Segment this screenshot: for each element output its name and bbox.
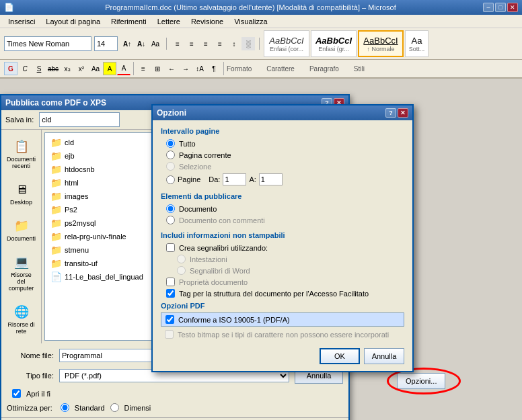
apri-file-label: Apri il fi	[26, 390, 50, 398]
options-help-button[interactable]: ?	[385, 108, 396, 118]
options-annulla-button[interactable]: Annulla	[364, 348, 404, 364]
menu-riferimenti[interactable]: Riferimenti	[106, 16, 152, 27]
font-selector[interactable]	[4, 36, 91, 51]
highlight-icon[interactable]: A	[103, 62, 116, 75]
radio-selezione-label: Selezione	[179, 163, 211, 171]
computer-label: Risorse del computer	[7, 271, 35, 292]
folder-icon-stmenu: 📁	[50, 245, 62, 255]
check-bitmap[interactable]	[165, 330, 174, 339]
increase-indent-icon[interactable]: →	[179, 62, 192, 75]
bold-icon[interactable]: G	[4, 62, 17, 75]
check-tag[interactable]	[166, 289, 175, 298]
italic-icon[interactable]: C	[18, 62, 32, 75]
folder-icon-images: 📁	[50, 191, 62, 202]
align-center-icon[interactable]: ≡	[185, 37, 198, 50]
options-dialog-title-bar: Opzioni ? ✕	[153, 106, 412, 120]
sidebar-item-documenti[interactable]: 📁 Documenti	[4, 214, 38, 245]
subscript-icon[interactable]: x₂	[61, 62, 74, 75]
radio-tutto-row: Tutto	[161, 139, 404, 148]
style-name-1: Enfasi (cor...	[270, 46, 303, 52]
stili-label: Stili	[354, 65, 365, 73]
bullets-icon[interactable]: ≡	[137, 62, 150, 75]
apri-file-checkbox[interactable]	[12, 389, 21, 398]
maximize-button[interactable]: □	[495, 3, 506, 12]
separator2	[259, 38, 260, 50]
a-input[interactable]	[259, 173, 283, 185]
show-paragraph-icon[interactable]: ¶	[207, 62, 221, 75]
title-bar: 📄 ProgrammaIIcm.doc (Ultimo salvataggio …	[0, 0, 522, 15]
style-name-4: Sott...	[409, 46, 425, 52]
numbering-icon[interactable]: ⊞	[151, 62, 164, 75]
check-conforme[interactable]	[165, 315, 174, 324]
check-segnalibri[interactable]	[166, 243, 175, 252]
style-sottotitolo[interactable]: Aa Sott...	[405, 30, 428, 57]
shading-icon[interactable]: ░	[241, 37, 255, 50]
separator4	[223, 62, 224, 75]
radio-pagina-row: Pagina corrente	[161, 151, 404, 159]
font-shrink-icon[interactable]: A↓	[135, 37, 148, 50]
sidebar-item-rete[interactable]: 🌐 Risorse di rete	[4, 300, 38, 338]
decrease-indent-icon[interactable]: ←	[165, 62, 178, 75]
title-bar-icon: 📄	[4, 3, 14, 12]
superscript-icon[interactable]: x²	[75, 62, 88, 75]
optimize-standard-radio[interactable]	[61, 403, 69, 412]
radio-tutto[interactable]	[166, 139, 175, 148]
options-ok-button[interactable]: OK	[320, 348, 360, 364]
minimize-button[interactable]: –	[483, 3, 494, 12]
text-effect-icon[interactable]: Aa	[89, 62, 102, 75]
radio-documento-commenti[interactable]	[166, 216, 175, 224]
radio-pagine[interactable]	[166, 175, 175, 184]
menu-revisione[interactable]: Revisione	[186, 16, 229, 27]
folder-icon-htdocsnb: 📁	[50, 164, 62, 175]
opzioni-button[interactable]: Opzioni...	[397, 373, 445, 389]
font-size-selector[interactable]	[94, 36, 118, 51]
radio-doc-commenti-row: Documento con commenti	[161, 216, 404, 224]
radio-intestazioni[interactable]	[177, 255, 186, 263]
sidebar-item-documenti-recenti[interactable]: 📋 Documenti recenti	[4, 135, 38, 173]
style-normale[interactable]: AaBbCcI ↑ Normale	[358, 30, 404, 57]
radio-documento[interactable]	[166, 204, 175, 213]
documenti-icon: 📁	[13, 218, 30, 234]
type-label: Tipo file:	[7, 372, 54, 380]
optimize-dimensi-label: Dimensi	[124, 404, 151, 412]
formato-label: Formato	[227, 65, 252, 73]
font-color-icon[interactable]: A	[117, 62, 130, 75]
rete-icon: 🌐	[13, 304, 30, 320]
menu-layout[interactable]: Layout di pagina	[40, 16, 106, 27]
align-left-icon[interactable]: ≡	[171, 37, 184, 50]
documenti-recenti-label: Documenti recenti	[7, 156, 36, 169]
sort-icon[interactable]: ↕A	[193, 62, 207, 75]
radio-doc-commenti-label: Documento con commenti	[179, 216, 265, 224]
menu-inserisci[interactable]: Inserisci	[3, 16, 40, 27]
align-right-icon[interactable]: ≡	[199, 37, 213, 50]
sidebar-item-desktop[interactable]: 🖥 Desktop	[4, 178, 38, 209]
radio-selezione[interactable]	[166, 162, 175, 171]
check-proprieta[interactable]	[166, 278, 175, 286]
da-input[interactable]	[223, 173, 246, 185]
line-spacing-icon[interactable]: ↕	[227, 37, 241, 50]
check-tag-label: Tag per la struttura del documento per l…	[179, 290, 369, 298]
radio-pagina-corrente[interactable]	[166, 151, 175, 159]
radio-segnalibri-word[interactable]	[177, 266, 186, 275]
close-button[interactable]: ✕	[507, 3, 518, 12]
sidebar-item-computer[interactable]: 💻 Risorse del computer	[4, 251, 38, 295]
computer-icon: 💻	[13, 254, 30, 270]
menu-visualizza[interactable]: Visualizza	[229, 16, 272, 27]
paragrafo-label: Paragrafo	[309, 65, 339, 73]
menu-lettere[interactable]: Lettere	[152, 16, 186, 27]
clear-format-icon[interactable]: Aa	[149, 37, 162, 50]
check-conforme-label: Conforme a ISO 19005-1 (PDF/A)	[178, 316, 290, 324]
desktop-label: Desktop	[10, 199, 32, 206]
save-in-combo[interactable]	[39, 112, 120, 127]
strikethrough-icon[interactable]: abc	[46, 62, 60, 75]
separator1	[166, 38, 167, 50]
style-enfasi-gr[interactable]: AaBbCcI Enfasi (gr...	[311, 30, 357, 57]
style-enfasi-cor[interactable]: AaBbCcI Enfasi (cor...	[264, 30, 309, 57]
font-grow-icon[interactable]: A↑	[120, 37, 134, 50]
options-close-button[interactable]: ✕	[398, 108, 408, 118]
documenti-label: Documenti	[7, 235, 36, 242]
underline-icon[interactable]: S	[32, 62, 46, 75]
justify-icon[interactable]: ≡	[213, 37, 227, 50]
radio-pagine-row: Pagine Da: A:	[161, 173, 404, 185]
optimize-dimensi-radio[interactable]	[110, 403, 119, 412]
